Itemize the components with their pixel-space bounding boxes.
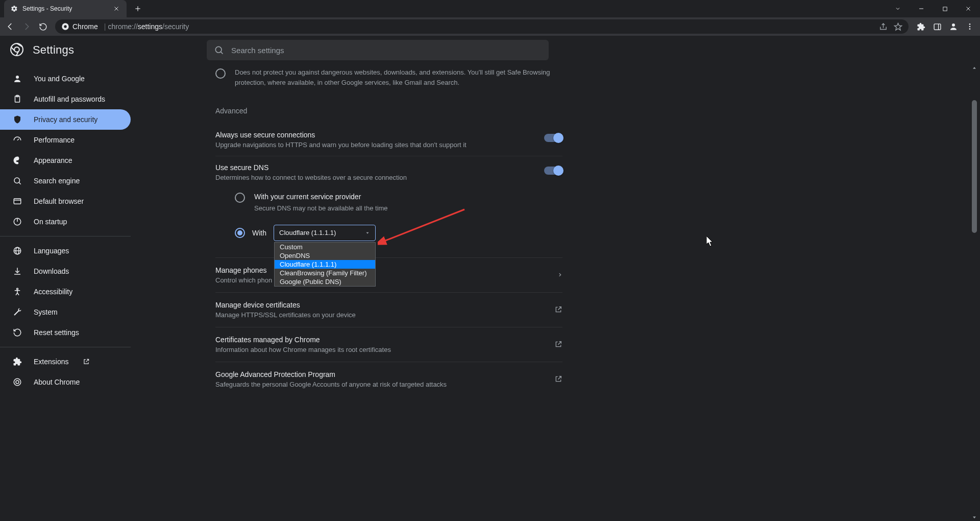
external-link-icon (83, 358, 90, 365)
svg-point-14 (969, 23, 971, 25)
sidebar-item-default-browser[interactable]: Default browser (0, 191, 131, 211)
wrench-icon (12, 307, 22, 317)
content-scrollbar[interactable] (971, 64, 978, 521)
manage-phones-row[interactable]: Manage phones Control which phon (215, 257, 562, 292)
dropdown-item-google-dns[interactable]: Google (Public DNS) (275, 277, 375, 286)
close-window-button[interactable] (957, 0, 980, 17)
sidebar-separator (0, 236, 131, 236)
search-settings-input[interactable]: Search settings (207, 40, 549, 60)
browser-toolbar: Chrome | chrome://settings/security (0, 17, 980, 36)
scroll-down-button[interactable] (971, 514, 978, 521)
settings-content: Does not protect you against dangerous w… (215, 64, 562, 521)
sidebar-item-extensions[interactable]: Extensions (0, 351, 131, 372)
svg-marker-10 (894, 23, 901, 30)
download-icon (12, 266, 22, 276)
svg-line-23 (220, 52, 223, 54)
svg-point-15 (969, 26, 971, 28)
new-tab-button[interactable] (131, 2, 145, 16)
caret-down-icon (365, 230, 370, 235)
svg-line-50 (558, 376, 561, 380)
chrome-certificates-row[interactable]: Certificates managed by Chrome Informati… (215, 327, 562, 362)
svg-rect-11 (934, 23, 941, 29)
sidebar-item-on-startup[interactable]: On startup (0, 211, 131, 232)
globe-icon (12, 246, 22, 256)
sidebar-item-privacy-security[interactable]: Privacy and security (0, 109, 131, 130)
external-link-icon (554, 340, 562, 348)
dropdown-item-cleanbrowsing[interactable]: CleanBrowsing (Family Filter) (275, 269, 375, 277)
sidebar-item-autofill[interactable]: Autofill and passwords (0, 89, 131, 109)
external-link-icon (554, 375, 562, 383)
svg-point-24 (16, 76, 19, 79)
svg-line-43 (17, 293, 19, 295)
close-icon[interactable] (112, 5, 120, 13)
sidebar-item-reset[interactable]: Reset settings (0, 322, 131, 343)
svg-point-28 (14, 178, 20, 183)
minimize-button[interactable] (910, 0, 933, 17)
radio-unchecked-icon[interactable] (235, 193, 245, 203)
extensions-icon[interactable] (914, 19, 928, 34)
no-protection-option[interactable]: Does not protect you against dangerous w… (215, 64, 562, 94)
menu-icon[interactable] (963, 19, 977, 34)
profile-icon[interactable] (946, 19, 961, 34)
scroll-up-button[interactable] (971, 64, 978, 72)
sidebar-item-you-and-google[interactable]: You and Google (0, 68, 131, 89)
always-secure-connections-row: Always use secure connections Upgrade na… (215, 123, 562, 156)
sidebar-item-languages[interactable]: Languages (0, 241, 131, 261)
puzzle-icon (12, 357, 22, 367)
svg-rect-30 (14, 199, 21, 204)
advanced-protection-row[interactable]: Google Advanced Protection Program Safeg… (215, 362, 562, 396)
dns-provider-select[interactable]: Cloudflare (1.1.1.1) Custom OpenDNS Clou… (274, 225, 376, 241)
sidebar-item-system[interactable]: System (0, 302, 131, 322)
dns-provider-dropdown[interactable]: Custom OpenDNS Cloudflare (1.1.1.1) Clea… (274, 242, 376, 287)
clipboard-icon (12, 94, 22, 104)
palette-icon (12, 155, 22, 165)
svg-rect-5 (943, 7, 946, 10)
svg-point-22 (215, 46, 222, 53)
secure-connections-toggle[interactable] (544, 134, 562, 142)
manage-device-certificates-row[interactable]: Manage device certificates Manage HTTPS/… (215, 292, 562, 327)
svg-marker-52 (973, 516, 976, 518)
secure-dns-toggle[interactable] (544, 167, 562, 175)
dropdown-item-custom[interactable]: Custom (275, 243, 375, 251)
dns-current-provider-option[interactable]: With your current service provider Secur… (235, 188, 562, 221)
chevron-down-icon[interactable] (886, 0, 910, 17)
scroll-thumb[interactable] (972, 100, 977, 233)
sidebar-separator (0, 347, 131, 347)
tab-title: Settings - Security (22, 5, 72, 12)
dropdown-item-opendns[interactable]: OpenDNS (275, 251, 375, 260)
speedometer-icon (12, 135, 22, 145)
svg-line-44 (86, 359, 89, 362)
reset-icon (12, 327, 22, 338)
address-bar[interactable]: Chrome | chrome://settings/security (55, 19, 909, 34)
svg-marker-47 (366, 232, 369, 233)
sidepanel-icon[interactable] (930, 19, 944, 34)
sidebar-item-downloads[interactable]: Downloads (0, 261, 131, 281)
dns-with-option[interactable]: With Cloudflare (1.1.1.1) Custom OpenDNS… (235, 221, 562, 250)
browser-tab[interactable]: Settings - Security (4, 0, 127, 17)
window-controls (886, 0, 980, 17)
sidebar-item-performance[interactable]: Performance (0, 130, 131, 150)
page-title: Settings (33, 43, 74, 57)
power-icon (12, 217, 22, 227)
dropdown-item-cloudflare[interactable]: Cloudflare (1.1.1.1) (275, 260, 375, 269)
svg-point-16 (969, 28, 971, 30)
sidebar-item-accessibility[interactable]: Accessibility (0, 281, 131, 302)
chevron-right-icon (557, 272, 562, 277)
use-secure-dns-row: Use secure DNS Determines how to connect… (215, 156, 562, 188)
bookmark-icon[interactable] (894, 22, 902, 31)
maximize-button[interactable] (933, 0, 957, 17)
svg-line-48 (558, 307, 561, 310)
forward-button[interactable] (19, 19, 34, 34)
sidebar-item-about[interactable]: About Chrome (0, 372, 131, 392)
advanced-section-label: Advanced (215, 107, 562, 115)
back-button[interactable] (3, 19, 17, 34)
reload-button[interactable] (36, 19, 50, 34)
share-icon[interactable] (879, 22, 888, 31)
svg-line-29 (19, 182, 21, 184)
sidebar-item-search-engine[interactable]: Search engine (0, 171, 131, 191)
chrome-logo-icon (10, 43, 24, 57)
radio-checked-icon[interactable] (235, 228, 245, 238)
sidebar-item-appearance[interactable]: Appearance (0, 150, 131, 171)
radio-unchecked-icon[interactable] (215, 68, 226, 79)
person-icon (12, 74, 22, 84)
